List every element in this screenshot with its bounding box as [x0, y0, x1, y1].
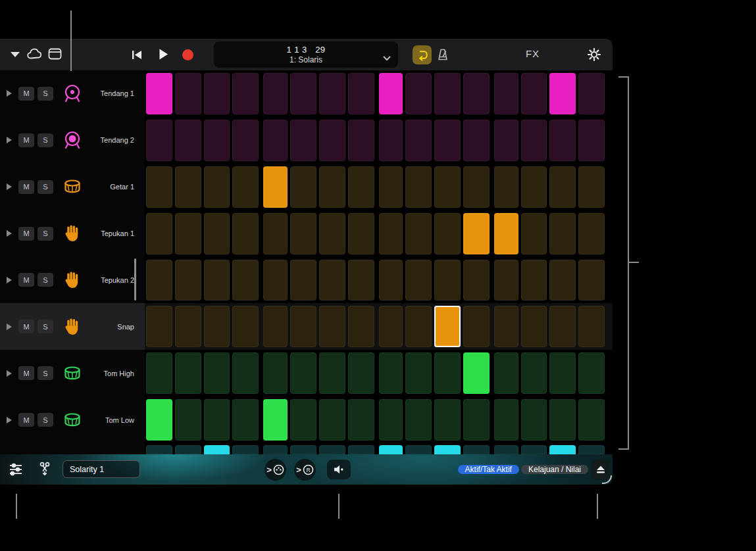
step-cell[interactable] — [175, 352, 201, 394]
step-cell[interactable] — [521, 399, 547, 441]
step-cell[interactable] — [379, 445, 403, 454]
step-cell[interactable] — [319, 306, 345, 347]
solo-button[interactable]: S — [38, 320, 53, 333]
solo-button[interactable]: S — [38, 227, 53, 241]
track-play-icon[interactable] — [7, 90, 12, 97]
step-cell[interactable] — [263, 260, 288, 301]
step-cell[interactable] — [521, 306, 547, 347]
step-cell[interactable] — [434, 120, 461, 161]
step-cell[interactable] — [348, 260, 374, 301]
mute-button[interactable]: M — [18, 133, 34, 147]
step-cell[interactable] — [290, 399, 316, 441]
step-cell[interactable] — [463, 445, 490, 454]
random-pattern-button[interactable]: > — [265, 459, 286, 481]
track-controls-icon[interactable] — [7, 461, 25, 478]
step-cell[interactable] — [578, 213, 605, 254]
track-header[interactable]: MSTepukan 1 — [0, 210, 145, 257]
track-header[interactable]: MSGetar 1 — [0, 164, 145, 210]
step-cell[interactable] — [405, 73, 432, 114]
step-cell[interactable] — [232, 399, 259, 441]
step-cell[interactable] — [549, 73, 576, 114]
step-cell[interactable] — [463, 213, 490, 254]
metronome-icon[interactable] — [436, 47, 450, 62]
step-cell[interactable] — [521, 120, 547, 161]
step-cell[interactable] — [549, 352, 576, 394]
step-cell[interactable] — [146, 120, 172, 161]
step-cell[interactable] — [204, 352, 230, 394]
step-cell[interactable] — [463, 120, 490, 161]
step-cell[interactable] — [549, 445, 576, 454]
mute-button[interactable]: M — [18, 413, 34, 427]
step-cell[interactable] — [521, 352, 547, 394]
pattern-name-field[interactable]: Solarity 1 — [63, 460, 140, 478]
track-header[interactable]: MSTepukan 2 — [0, 257, 145, 304]
track-header[interactable]: MSTendang 1 — [0, 70, 145, 117]
track-play-icon[interactable] — [7, 137, 12, 143]
step-cell[interactable] — [232, 445, 259, 454]
step-cell[interactable] — [434, 166, 461, 208]
track-header[interactable]: MSTom High — [0, 350, 145, 396]
segment-velocity-value[interactable]: Kelajuan / Nilai — [521, 465, 588, 474]
play-button[interactable] — [158, 48, 168, 60]
step-cell[interactable] — [290, 213, 316, 254]
step-cell[interactable] — [434, 260, 461, 301]
step-cell[interactable] — [175, 120, 201, 161]
loop-browser-icon[interactable] — [26, 48, 43, 60]
step-cell[interactable] — [434, 399, 461, 441]
solo-button[interactable]: S — [38, 273, 53, 287]
cycle-button[interactable] — [413, 45, 432, 64]
fx-button[interactable]: FX — [526, 48, 540, 59]
step-cell[interactable] — [319, 73, 345, 114]
step-cell[interactable] — [434, 352, 461, 394]
step-cell[interactable] — [319, 260, 345, 301]
step-cell[interactable] — [348, 352, 374, 394]
step-cell[interactable] — [348, 306, 374, 347]
note-repeat-button[interactable]: > R — [294, 459, 316, 481]
step-cell[interactable] — [405, 399, 432, 441]
step-cell[interactable] — [319, 213, 345, 254]
step-cell[interactable] — [521, 73, 547, 114]
step-cell[interactable] — [348, 399, 374, 441]
step-cell[interactable] — [290, 260, 316, 301]
step-cell[interactable] — [232, 352, 259, 394]
mute-button[interactable]: M — [18, 87, 34, 101]
solo-button[interactable]: S — [38, 366, 53, 380]
lcd-chevron-icon[interactable] — [383, 52, 391, 64]
step-cell[interactable] — [578, 306, 605, 347]
step-cell[interactable] — [549, 399, 576, 441]
step-cell[interactable] — [175, 166, 201, 208]
step-cell[interactable] — [578, 120, 605, 161]
chevron-down-icon[interactable] — [11, 52, 20, 57]
step-cell[interactable] — [379, 120, 403, 161]
step-cell[interactable] — [494, 260, 518, 301]
step-cell[interactable] — [348, 445, 374, 454]
step-cell[interactable] — [204, 399, 230, 441]
track-play-icon[interactable] — [7, 183, 12, 190]
step-cell[interactable] — [405, 445, 432, 454]
solo-button[interactable]: S — [38, 133, 53, 147]
solo-button[interactable]: S — [38, 87, 53, 101]
step-cell[interactable] — [290, 120, 316, 161]
step-cell[interactable] — [434, 213, 461, 254]
step-cell[interactable] — [578, 399, 605, 441]
step-cell[interactable] — [494, 213, 518, 254]
step-cell[interactable] — [379, 73, 403, 114]
step-cell[interactable] — [263, 399, 288, 441]
step-cell[interactable] — [263, 445, 288, 454]
step-cell[interactable] — [290, 166, 316, 208]
track-play-icon[interactable] — [7, 370, 12, 377]
step-cell[interactable] — [578, 73, 605, 114]
step-cell[interactable] — [463, 352, 490, 394]
step-cell[interactable] — [146, 260, 172, 301]
step-cell[interactable] — [463, 260, 490, 301]
step-cell[interactable] — [263, 213, 288, 254]
step-cell[interactable] — [494, 166, 518, 208]
step-cell[interactable] — [175, 306, 201, 347]
window-icon[interactable] — [48, 48, 62, 60]
step-cell[interactable] — [204, 120, 230, 161]
solo-button[interactable]: S — [38, 180, 53, 194]
step-cell[interactable] — [379, 166, 403, 208]
step-cell[interactable] — [204, 73, 230, 114]
mute-button[interactable]: M — [18, 366, 34, 380]
step-cell[interactable] — [175, 73, 201, 114]
